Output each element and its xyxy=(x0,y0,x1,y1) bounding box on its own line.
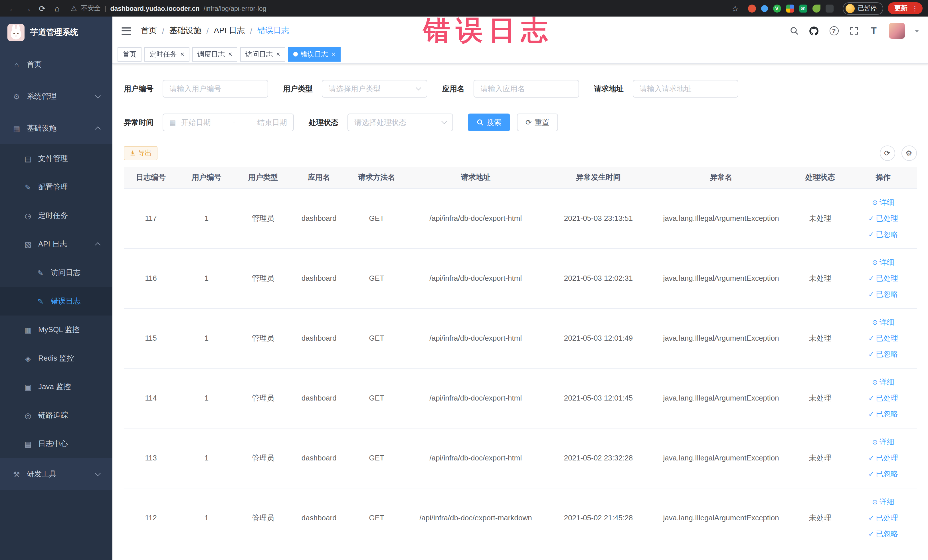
update-label: 更新 xyxy=(894,4,907,12)
close-icon[interactable]: × xyxy=(276,51,280,58)
avatar[interactable] xyxy=(888,23,905,39)
calendar-icon: ▦ xyxy=(169,118,176,127)
column-header: 异常发生时间 xyxy=(545,167,652,188)
sidebar-item-access-log[interactable]: ✎访问日志 xyxy=(0,258,112,287)
refresh-table-button[interactable]: ⟳ xyxy=(879,145,895,161)
extension-v-icon[interactable]: V xyxy=(773,4,781,12)
extension-on-icon[interactable]: on xyxy=(799,4,807,12)
ignored-link[interactable]: ✓已忽略 xyxy=(868,409,898,419)
sidebar-item-cron-job[interactable]: ◷定时任务 xyxy=(0,201,112,230)
profile-paused-badge[interactable]: 已暂停 xyxy=(843,2,883,15)
cell-time: 2021-05-03 12:01:49 xyxy=(545,308,652,368)
sidebar-toggle-icon[interactable] xyxy=(122,27,131,35)
cell-user-type: 管理员 xyxy=(235,188,291,248)
reload-button[interactable]: ⟳ xyxy=(35,2,49,15)
github-icon[interactable] xyxy=(809,25,819,37)
breadcrumb-item[interactable]: 基础设施 xyxy=(169,26,201,36)
cell-url: /api/infra/db-doc/export-html xyxy=(406,188,545,248)
user-id-input[interactable] xyxy=(163,80,268,98)
ignored-link[interactable]: ✓已忽略 xyxy=(868,349,898,359)
ignored-link[interactable]: ✓已忽略 xyxy=(868,229,898,240)
home-button[interactable]: ⌂ xyxy=(50,2,64,15)
fullscreen-icon[interactable] xyxy=(849,25,859,37)
breadcrumb-item[interactable]: 首页 xyxy=(141,26,157,36)
reset-button[interactable]: ⟳ 重置 xyxy=(517,113,558,131)
cell-app-name: dashboard xyxy=(291,428,347,488)
sidebar-item-config-mgmt[interactable]: ✎配置管理 xyxy=(0,173,112,201)
app-logo[interactable]: 芋道管理系统 xyxy=(0,17,112,49)
address-bar[interactable]: ⚠ 不安全 | dashboard.yudao.iocoder.cn/infra… xyxy=(71,4,722,12)
sidebar-item-dev-tools[interactable]: ⚒研发工具 xyxy=(0,458,112,490)
sidebar-item-system-mgmt[interactable]: ⚙系统管理 xyxy=(0,81,112,112)
chrome-update-button[interactable]: 更新 ⋮ xyxy=(887,2,922,14)
forward-button[interactable]: → xyxy=(21,2,34,15)
sidebar-item-redis-monitor[interactable]: ◈Redis 监控 xyxy=(0,344,112,372)
app-name-input[interactable] xyxy=(473,80,579,98)
column-settings-button[interactable]: ⚙ xyxy=(901,145,917,161)
sidebar-item-mysql-monitor[interactable]: ▥MySQL 监控 xyxy=(0,316,112,344)
table-row: 1171管理员dashboardGET/api/infra/db-doc/exp… xyxy=(124,188,917,248)
sidebar-item-error-log[interactable]: ✎错误日志 xyxy=(0,287,112,316)
chrome-menu-icon[interactable]: ⋮ xyxy=(911,4,918,12)
process-status-select[interactable]: 请选择处理状态 xyxy=(348,113,453,131)
detail-link[interactable]: ⊙详细 xyxy=(872,257,894,267)
extension-dark-icon[interactable] xyxy=(825,4,833,12)
cell-status: 未处理 xyxy=(791,488,850,548)
ignored-link[interactable]: ✓已忽略 xyxy=(868,469,898,479)
request-url-input[interactable] xyxy=(633,80,738,98)
tab-access-log[interactable]: 访问日志× xyxy=(240,47,285,61)
processed-link[interactable]: ✓已处理 xyxy=(868,273,898,283)
bookmark-star-icon[interactable]: ☆ xyxy=(728,2,742,15)
processed-link[interactable]: ✓已处理 xyxy=(868,453,898,463)
detail-link[interactable]: ⊙详细 xyxy=(872,317,894,327)
check-icon: ✓ xyxy=(868,275,874,282)
processed-link[interactable]: ✓已处理 xyxy=(868,393,898,403)
search-icon[interactable] xyxy=(789,25,799,37)
table-row: 1141管理员dashboardGET/api/infra/db-doc/exp… xyxy=(124,368,917,428)
action-label: 已处理 xyxy=(876,213,898,223)
close-icon[interactable]: × xyxy=(180,51,184,58)
detail-link[interactable]: ⊙详细 xyxy=(872,197,894,208)
breadcrumb-item[interactable]: API 日志 xyxy=(214,26,245,36)
cell-app-name: dashboard xyxy=(291,368,347,428)
extension-grid-icon[interactable] xyxy=(786,4,794,12)
processed-link[interactable]: ✓已处理 xyxy=(868,213,898,223)
close-icon[interactable]: × xyxy=(228,51,232,58)
ignored-link[interactable]: ✓已忽略 xyxy=(868,289,898,299)
sidebar-item-file-mgmt[interactable]: ▤文件管理 xyxy=(0,144,112,173)
extension-red-icon[interactable] xyxy=(748,4,756,12)
sidebar-item-home[interactable]: ⌂首页 xyxy=(0,49,112,81)
security-label: 不安全 xyxy=(81,4,101,12)
chevron-down-icon[interactable] xyxy=(914,29,919,32)
cell-actions: ⊙详细✓已处理✓已忽略 xyxy=(850,428,917,488)
cell-method: GET xyxy=(347,248,406,308)
tab-error-log[interactable]: 错误日志× xyxy=(288,47,340,61)
extension-leaf-icon[interactable] xyxy=(812,4,820,12)
tab-home[interactable]: 首页 xyxy=(118,47,142,61)
font-size-icon[interactable]: T xyxy=(868,25,879,37)
check-icon: ✓ xyxy=(868,215,874,222)
close-icon[interactable]: × xyxy=(331,51,336,58)
profile-avatar-icon xyxy=(845,4,855,13)
export-button[interactable]: 导出 xyxy=(124,146,157,160)
sidebar-item-log-center[interactable]: ▤日志中心 xyxy=(0,430,112,458)
user-type-select[interactable]: 请选择用户类型 xyxy=(322,80,427,98)
table-toolbar: 导出 ⟳ ⚙ xyxy=(124,145,917,161)
sidebar-item-api-log[interactable]: ▧API 日志 xyxy=(0,230,112,258)
sidebar-item-infrastructure[interactable]: ▦基础设施 xyxy=(0,112,112,144)
processed-link[interactable]: ✓已处理 xyxy=(868,513,898,523)
back-button[interactable]: ← xyxy=(6,2,20,15)
detail-link[interactable]: ⊙详细 xyxy=(872,377,894,387)
detail-link[interactable]: ⊙详细 xyxy=(872,437,894,447)
processed-link[interactable]: ✓已处理 xyxy=(868,333,898,343)
sidebar-item-java-monitor[interactable]: ▣Java 监控 xyxy=(0,372,112,401)
detail-link[interactable]: ⊙详细 xyxy=(872,497,894,507)
ignored-link[interactable]: ✓已忽略 xyxy=(868,529,898,539)
date-range-picker[interactable]: ▦ 开始日期 - 结束日期 xyxy=(163,113,294,131)
search-button[interactable]: 搜索 xyxy=(468,113,510,131)
help-icon[interactable]: ? xyxy=(829,25,839,37)
tab-job-log[interactable]: 调度日志× xyxy=(192,47,237,61)
sidebar-item-tracing[interactable]: ◎链路追踪 xyxy=(0,401,112,430)
extension-blue-icon[interactable] xyxy=(761,5,768,12)
tab-cron-job[interactable]: 定时任务× xyxy=(144,47,189,61)
